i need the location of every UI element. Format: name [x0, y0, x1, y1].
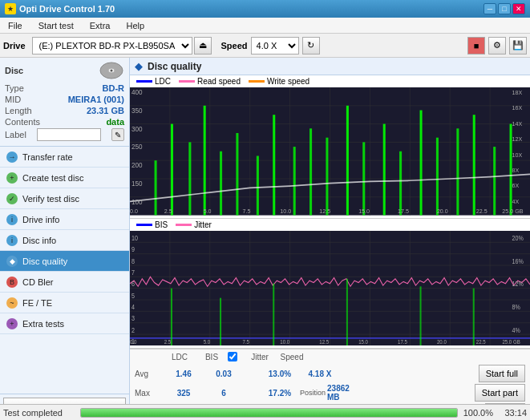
svg-rect-22: [204, 106, 206, 216]
disc-quality-icon: ◆: [6, 256, 18, 267]
contents-value: data: [106, 117, 124, 127]
write-label: Write speed: [267, 77, 310, 86]
svg-text:150: 150: [131, 180, 143, 188]
svg-text:0.0: 0.0: [130, 338, 137, 345]
nav-disc-info-label: Disc info: [22, 236, 56, 245]
svg-rect-31: [362, 142, 365, 215]
svg-rect-20: [171, 124, 173, 216]
progress-bar: [80, 408, 458, 418]
menu-help[interactable]: Help: [121, 19, 149, 32]
jitter-color: [176, 224, 192, 226]
bis-color: [136, 224, 152, 226]
label-input[interactable]: [37, 128, 101, 141]
svg-rect-88: [346, 278, 348, 345]
nav-disc-info[interactable]: i Disc info: [0, 230, 129, 251]
avg-speed: 4.18 X: [300, 370, 340, 378]
svg-text:10X: 10X: [512, 151, 523, 158]
disc-panel: Disc Type BD-R MID MEIRA1 (001) Length 2…: [0, 58, 129, 147]
svg-text:350: 350: [131, 106, 143, 115]
minimize-button[interactable]: ─: [483, 3, 496, 14]
svg-text:10.0: 10.0: [280, 338, 289, 345]
extra-tests-icon: +: [6, 318, 18, 329]
avg-ldc: 1.46: [164, 370, 204, 378]
menu-file[interactable]: File: [3, 19, 27, 32]
svg-rect-38: [493, 147, 496, 215]
speed-label: Speed: [221, 41, 248, 50]
svg-rect-28: [310, 128, 312, 215]
svg-rect-19: [155, 160, 157, 215]
cd-bler-icon: B: [6, 277, 18, 288]
svg-rect-27: [293, 147, 296, 215]
svg-rect-25: [257, 155, 259, 215]
svg-rect-36: [456, 128, 459, 215]
nav-extra-tests[interactable]: + Extra tests: [0, 313, 129, 334]
nav-create-test-disc[interactable]: + Create test disc: [0, 168, 129, 188]
refresh-button[interactable]: ↻: [302, 37, 320, 55]
svg-rect-29: [326, 138, 328, 216]
nav-transfer-rate[interactable]: → Transfer rate: [0, 147, 129, 168]
length-value: 23.31 GB: [87, 106, 124, 115]
svg-rect-86: [220, 297, 221, 345]
menu-extra[interactable]: Extra: [85, 19, 115, 32]
svg-rect-24: [236, 133, 238, 216]
avg-jitter: 13.0%: [260, 370, 300, 378]
start-full-button[interactable]: Start full: [479, 365, 525, 382]
max-bis: 6: [204, 389, 244, 398]
svg-rect-23: [220, 151, 222, 216]
jitter-check-wrap: [228, 352, 244, 361]
content-area: ◆ Disc quality LDC Read speed: [130, 58, 530, 420]
svg-text:250: 250: [131, 143, 143, 151]
menu-start-test[interactable]: Start test: [34, 19, 79, 32]
drive-select[interactable]: (E:) PLEXTOR BD-R PX-LB950SA 1.06: [32, 37, 192, 55]
svg-text:7: 7: [131, 269, 135, 277]
jitter-checkbox[interactable]: [228, 352, 237, 361]
speed-select[interactable]: 4.0 X: [251, 37, 299, 55]
status-text: Test completed: [3, 408, 75, 418]
maximize-button[interactable]: □: [498, 3, 511, 14]
svg-text:5.0: 5.0: [204, 338, 211, 345]
nav-disc-quality-label: Disc quality: [22, 256, 67, 266]
max-jitter: 17.2%: [260, 389, 300, 398]
nav-items: → Transfer rate + Create test disc ✓ Ver…: [0, 147, 129, 394]
stop-button[interactable]: ■: [467, 37, 485, 55]
svg-text:4X: 4X: [512, 197, 520, 204]
close-button[interactable]: ✕: [512, 3, 525, 14]
nav-disc-quality[interactable]: ◆ Disc quality: [0, 251, 129, 272]
nav-fe-te[interactable]: ~ FE / TE: [0, 293, 129, 313]
bis-label: BIS: [155, 220, 168, 229]
app-icon: ★: [5, 3, 16, 14]
start-part-button[interactable]: Start part: [475, 384, 525, 402]
svg-text:6X: 6X: [512, 182, 520, 189]
length-label: Length: [5, 106, 32, 115]
label-edit-button[interactable]: ✎: [111, 128, 124, 141]
ldc-chart-svg: 400 350 300 250 200 150 100 18X 16X 14X …: [130, 87, 530, 216]
nav-verify-test-disc[interactable]: ✓ Verify test disc: [0, 188, 129, 209]
svg-text:10.0: 10.0: [280, 208, 291, 215]
save-button[interactable]: 💾: [509, 37, 527, 55]
ldc-col-header: LDC: [164, 353, 196, 361]
bis-chart-wrap: BIS Jitter: [130, 219, 530, 349]
svg-rect-26: [273, 115, 275, 215]
charts-container: LDC Read speed Write speed: [130, 75, 530, 349]
progress-time: 33:14: [498, 408, 527, 418]
bis-legend: BIS Jitter: [130, 219, 530, 231]
svg-text:12%: 12%: [512, 280, 524, 288]
svg-text:16X: 16X: [512, 104, 523, 111]
chart-header-icon: ◆: [135, 60, 143, 72]
jitter-label: Jitter: [194, 220, 212, 229]
svg-text:12X: 12X: [512, 135, 523, 143]
ldc-legend: LDC Read speed Write speed: [130, 75, 530, 87]
nav-drive-info[interactable]: i Drive info: [0, 209, 129, 230]
settings-button[interactable]: ⚙: [488, 37, 506, 55]
eject-button[interactable]: ⏏: [194, 37, 212, 55]
progress-bar-fill: [81, 409, 457, 417]
nav-transfer-rate-label: Transfer rate: [22, 152, 73, 162]
svg-rect-90: [473, 288, 475, 345]
svg-text:8%: 8%: [512, 303, 520, 311]
svg-text:20.0: 20.0: [437, 338, 447, 345]
svg-text:0.0: 0.0: [130, 208, 138, 215]
svg-text:7.5: 7.5: [243, 208, 251, 215]
bis-col-header: BIS: [196, 353, 228, 361]
nav-cd-bler[interactable]: B CD Bler: [0, 272, 129, 293]
type-value: BD-R: [103, 83, 125, 93]
